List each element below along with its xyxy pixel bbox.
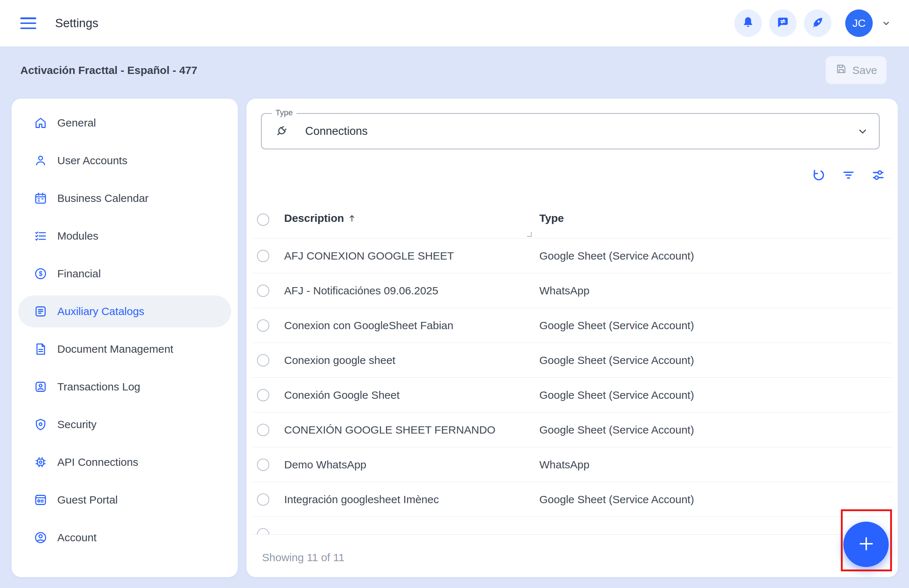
row-type: WhatsApp (539, 284, 589, 297)
column-header-description[interactable]: Description (284, 212, 357, 225)
sidebar-item-document-management[interactable]: Document Management (18, 333, 231, 365)
type-select-label: Type (272, 108, 297, 118)
table-row[interactable]: Integración googlesheet Imènec Google Sh… (252, 482, 892, 517)
sidebar-item-label: Account (57, 531, 97, 544)
chat-sync-icon (776, 15, 790, 31)
sidebar-item-label: Document Management (57, 343, 173, 355)
settings-sidebar: General User Accounts Business Calendar … (11, 99, 238, 577)
save-button-label: Save (852, 64, 877, 76)
row-type: Google Sheet (Service Account) (539, 319, 694, 332)
table-row[interactable]: Demo WhatsApp WhatsApp (252, 447, 892, 482)
sidebar-item-label: API Connections (57, 456, 138, 468)
table-row[interactable]: Conexion google sheet Google Sheet (Serv… (252, 343, 892, 378)
sidebar-item-guest-portal[interactable]: Guest Portal (18, 484, 231, 516)
sidebar-item-auxiliary-catalogs[interactable]: Auxiliary Catalogs (18, 296, 231, 327)
sidebar-item-label: Modules (57, 230, 98, 242)
top-bar-actions: JC (734, 10, 891, 37)
api-icon (33, 455, 48, 470)
row-type: Google Sheet (Service Account) (539, 493, 694, 506)
calendar-icon (33, 191, 48, 205)
sidebar-item-api-connections[interactable]: API Connections (18, 446, 231, 478)
avatar[interactable]: JC (845, 10, 873, 37)
bell-icon (741, 15, 755, 31)
column-resize-handle[interactable] (527, 232, 532, 237)
plus-icon (856, 534, 877, 556)
table-row[interactable]: CONEXIÓN GOOGLE SHEET FERNANDO Google Sh… (252, 412, 892, 447)
row-description: AFJ CONEXION GOOGLE SHEET (284, 250, 454, 262)
security-icon (33, 417, 48, 432)
filter-icon[interactable] (841, 168, 856, 183)
row-type: WhatsApp (539, 459, 589, 471)
row-checkbox[interactable] (257, 459, 269, 471)
column-header-type[interactable]: Type (539, 212, 564, 225)
main-panel: Type Connections Description (247, 99, 898, 577)
table-row[interactable]: Conexion con GoogleSheet Fabian Google S… (252, 308, 892, 343)
sidebar-item-transactions-log[interactable]: Transactions Log (18, 371, 231, 403)
rocket-icon (811, 15, 825, 31)
table-row[interactable]: AFJ CONEXION GOOGLE SHEET Google Sheet (… (252, 239, 892, 273)
sidebar-item-business-calendar[interactable]: Business Calendar (18, 183, 231, 214)
view-settings-icon[interactable] (870, 168, 886, 183)
sidebar-item-modules[interactable]: Modules (18, 220, 231, 252)
sidebar-item-label: Auxiliary Catalogs (57, 305, 144, 318)
home-icon (33, 116, 48, 130)
row-checkbox[interactable] (257, 319, 269, 332)
save-button[interactable]: Save (826, 56, 886, 84)
row-checkbox[interactable] (257, 493, 269, 506)
refresh-icon[interactable] (811, 168, 827, 183)
row-type: Google Sheet (Service Account) (539, 250, 694, 262)
sidebar-item-account[interactable]: Account (18, 522, 231, 554)
sidebar-item-label: User Accounts (57, 154, 127, 167)
row-description: Conexion google sheet (284, 354, 396, 367)
notifications-button[interactable] (734, 10, 762, 37)
row-checkbox[interactable] (257, 528, 269, 534)
row-description: Demo WhatsApp (284, 459, 367, 471)
sidebar-item-user-accounts[interactable]: User Accounts (18, 145, 231, 176)
sidebar-item-label: Transactions Log (57, 381, 140, 393)
row-description: CONEXIÓN GOOGLE SHEET FERNANDO (284, 424, 496, 436)
row-type: Google Sheet (Service Account) (539, 389, 694, 401)
table-row[interactable]: Conexión Google Sheet Google Sheet (Serv… (252, 378, 892, 412)
sidebar-item-label: Guest Portal (57, 494, 118, 506)
menu-icon[interactable] (20, 18, 36, 29)
guest-portal-icon (33, 493, 48, 507)
type-select[interactable]: Type Connections (261, 113, 880, 149)
row-checkbox[interactable] (257, 424, 269, 436)
row-description: AFJ - Notificaciónes 09.06.2025 (284, 284, 438, 297)
type-select-value: Connections (305, 125, 368, 138)
sort-ascending-icon (347, 213, 357, 223)
document-icon (33, 342, 48, 356)
modules-icon (33, 229, 48, 243)
add-button[interactable] (843, 522, 889, 567)
connection-plug-icon (273, 123, 289, 139)
top-bar: Settings JC (0, 0, 909, 47)
sidebar-item-label: General (57, 117, 96, 129)
select-all-checkbox[interactable] (257, 213, 269, 226)
sidebar-item-general[interactable]: General (18, 107, 231, 139)
user-accounts-icon (33, 153, 48, 168)
sidebar-item-label: Security (57, 418, 97, 431)
catalogs-icon (33, 304, 48, 319)
table-row[interactable]: AFJ - Notificaciónes 09.06.2025 WhatsApp (252, 273, 892, 308)
chat-sync-button[interactable] (769, 10, 797, 37)
rocket-button[interactable] (804, 10, 832, 37)
sidebar-menu: General User Accounts Business Calendar … (11, 107, 238, 554)
save-icon (835, 63, 848, 78)
row-checkbox[interactable] (257, 389, 269, 401)
chevron-down-icon[interactable] (881, 18, 891, 29)
row-checkbox[interactable] (257, 250, 269, 262)
table-footer: Showing 11 of 11 (252, 534, 892, 580)
row-description: Conexion con GoogleSheet Fabian (284, 319, 454, 332)
transactions-icon (33, 380, 48, 394)
table-row-partial[interactable] (252, 517, 892, 534)
sidebar-item-financial[interactable]: $ Financial (18, 258, 231, 290)
financial-icon: $ (33, 267, 48, 281)
page-title: Settings (55, 16, 98, 30)
row-checkbox[interactable] (257, 354, 269, 367)
row-type: Google Sheet (Service Account) (539, 424, 694, 436)
sidebar-item-label: Financial (57, 268, 101, 280)
row-checkbox[interactable] (257, 284, 269, 297)
sidebar-item-security[interactable]: Security (18, 409, 231, 441)
table-body: AFJ CONEXION GOOGLE SHEET Google Sheet (… (252, 239, 892, 534)
row-type: Google Sheet (Service Account) (539, 354, 694, 367)
